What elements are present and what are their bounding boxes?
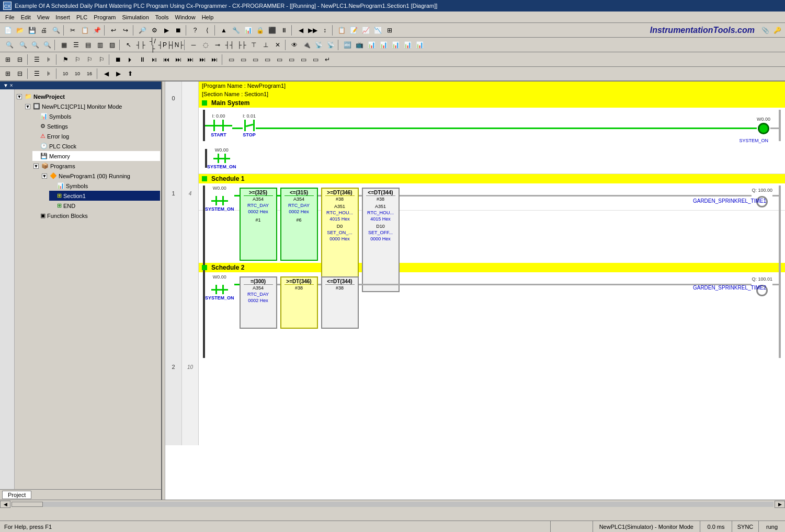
find-btn[interactable]: 🔎 [136,25,148,36]
tb-btn-k[interactable]: 📝 [348,25,359,36]
tb2-wire7[interactable]: ⊥ [260,39,271,51]
copy-btn[interactable]: 📋 [79,25,90,36]
contact-stop[interactable] [244,120,255,131]
tb4-btn3[interactable]: ☰ [31,68,42,79]
tb2-contact3[interactable]: ┤P├ [159,39,170,51]
paste-btn[interactable]: 📌 [91,25,103,36]
tree-program1[interactable]: ▼ 🔶 NewProgram1 (00) Running [41,171,160,181]
menu-simulation[interactable]: Simulation [119,13,152,21]
tb-btn-o[interactable]: ⊞ [384,25,395,36]
coil-system-on[interactable] [758,123,769,134]
tb4-v2[interactable]: 10 [72,68,83,79]
tb2-btn8[interactable]: ▥ [94,39,106,51]
tb4-btn2[interactable]: ⊟ [14,68,26,79]
tb3-btn3[interactable]: ☰ [31,54,42,65]
tb2-btn22[interactable]: 📡 [325,39,336,51]
tb3-prog2[interactable]: ⏵ [124,54,136,65]
tree-settings[interactable]: ⚙ Settings [32,121,160,131]
menu-view[interactable]: View [34,13,53,21]
func-r2-ledt344[interactable]: <=DT(344) #38 [321,276,359,329]
tb3-prog7[interactable]: ⏭ [185,54,196,65]
btn18[interactable]: ⟨ [201,25,213,36]
func-lte315[interactable]: <=(315) A354 RTC_DAY 0002 Hex #6 [280,188,318,261]
menu-edit[interactable]: Edit [18,13,34,21]
tb2-contact2[interactable]: ┤/├ [147,39,158,51]
diagram-area[interactable]: 0 1 2 [162,82,785,500]
tb3-s9[interactable]: ↵ [322,54,333,65]
menu-tools[interactable]: Tools [152,13,172,21]
tb2-wire2[interactable]: ◌ [200,39,211,51]
tb2-btn21[interactable]: 📡 [313,39,324,51]
menu-file[interactable]: File [2,13,18,21]
expand-icon[interactable]: ▼ [17,94,22,99]
tb-btn-j[interactable]: 📋 [336,25,347,36]
tab-project[interactable]: Project [2,491,31,499]
tb3-prog8[interactable]: ⏭ [197,54,208,65]
tb3-s5[interactable]: ▭ [274,54,285,65]
tb-btn-f[interactable]: ⏸ [278,25,290,36]
tb4-btn1[interactable]: ⊞ [2,68,14,79]
new-btn[interactable]: 📄 [2,25,14,36]
tb3-s7[interactable]: ▭ [298,54,309,65]
tb3-s3[interactable]: ▭ [249,54,261,65]
tree-symbols[interactable]: 📊 Symbols [32,111,160,121]
tb4-v1[interactable]: 10 [60,68,71,79]
tb3-s4[interactable]: ▭ [261,54,273,65]
tb3-s8[interactable]: ▭ [310,54,321,65]
func-gte325[interactable]: >=(325) A354 RTC_DAY 0002 Hex #1 [240,188,277,261]
tb2-wire4[interactable]: ┤┤ [224,39,235,51]
tree-newproject[interactable]: ▼ 📁 NewProject [16,91,160,101]
tb2-btn9[interactable]: ▨ [106,39,118,51]
tree-section1[interactable]: ⊞ Section1 [49,191,160,201]
tb-btn-m[interactable]: 📈 [360,25,371,36]
menu-insert[interactable]: Insert [52,13,73,21]
parallel-contact[interactable] [213,154,230,163]
tree-plc[interactable]: ▼ 🔲 NewPLC1[CP1L] Monitor Mode [24,101,160,111]
scroll-track[interactable] [12,502,773,507]
h-scrollbar[interactable]: ◀ ▶ [0,500,785,508]
tb2-btn28[interactable]: 📊 [402,39,413,51]
tb3-prog5[interactable]: ⏮ [161,54,172,65]
tb3-btn6[interactable]: ⚐ [72,54,83,65]
help-btn[interactable]: ? [189,25,201,36]
tb2-cursor[interactable]: ↖ [123,39,134,51]
contact-start[interactable] [213,120,224,131]
tb3-btn2[interactable]: ⊟ [14,54,26,65]
tb2-contact4[interactable]: ┤N├ [171,39,183,51]
tb3-s1[interactable]: ▭ [225,54,237,65]
redo-btn[interactable]: ↪ [120,25,131,36]
tb4-arrow2[interactable]: ▶ [112,68,124,79]
btn16[interactable]: ⏹ [173,25,184,36]
tb2-wire6[interactable]: ⊤ [248,39,259,51]
tb-btn-e[interactable]: ⬛ [266,25,278,36]
tb2-monitor[interactable]: 👁 [289,39,300,51]
btn5[interactable]: 🔍 [50,25,62,36]
tb2-btn25[interactable]: 📊 [366,39,377,51]
tb2-wire1[interactable]: ─ [188,39,199,51]
tb3-prog1[interactable]: ⏹ [112,54,124,65]
tb-btn-a[interactable]: ▲ [218,25,230,36]
tb2-btn1[interactable]: 🔍 [2,39,17,51]
btn15[interactable]: ▶ [161,25,172,36]
tb3-prog4[interactable]: ⏯ [149,54,160,65]
tb-btn-d[interactable]: 🔒 [254,25,266,36]
r2-contact-sysmon[interactable] [211,285,228,294]
btn4[interactable]: 🖨 [38,25,50,36]
btn14[interactable]: ⚙ [149,25,160,36]
tb3-btn5[interactable]: ⚑ [60,54,71,65]
tree-funcblocks[interactable]: ▣ Function Blocks [32,211,160,221]
tree-prog1-symbols[interactable]: 📊 Symbols [49,181,160,191]
tb2-btn2[interactable]: 🔍 [17,39,29,51]
tb2-btn7[interactable]: ▤ [82,39,94,51]
tb4-arrow1[interactable]: ◀ [100,68,112,79]
tree-memory[interactable]: 💾 Memory [32,151,160,161]
tb2-btn24[interactable]: 📺 [354,39,365,51]
tb4-arrow3[interactable]: ⬆ [124,68,136,79]
tb3-prog6[interactable]: ⏭ [173,54,184,65]
tree-errorlog[interactable]: ⚠ Error log [32,131,160,141]
func-eq300[interactable]: =(300) A354 RTC_DAY 0002 Hex [240,276,277,329]
r1-contact-sysmon[interactable] [211,196,228,205]
tb4-btn4[interactable]: ⊧ [43,68,54,79]
tb3-btn7[interactable]: ⚐ [84,54,95,65]
tb-btn-n[interactable]: 📉 [372,25,383,36]
